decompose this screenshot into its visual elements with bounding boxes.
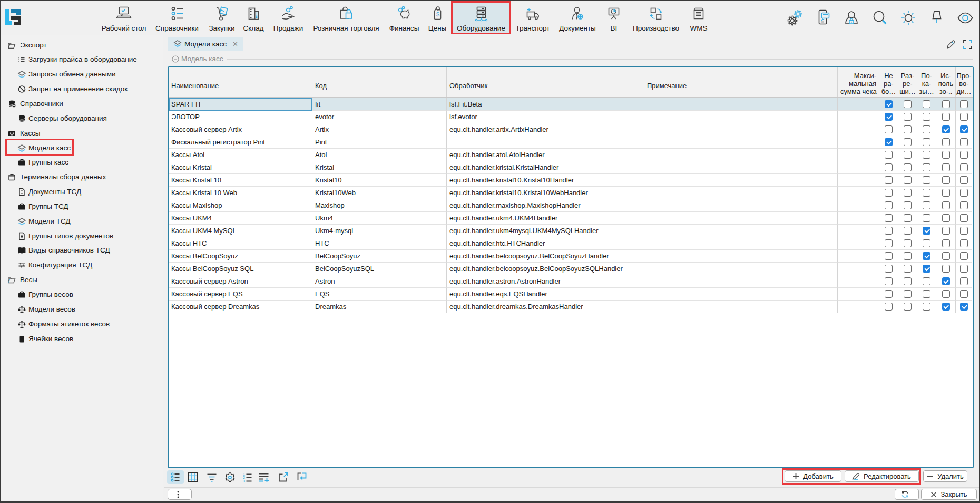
svg-text:$: $ <box>436 11 439 17</box>
svg-text:3: 3 <box>243 479 245 483</box>
